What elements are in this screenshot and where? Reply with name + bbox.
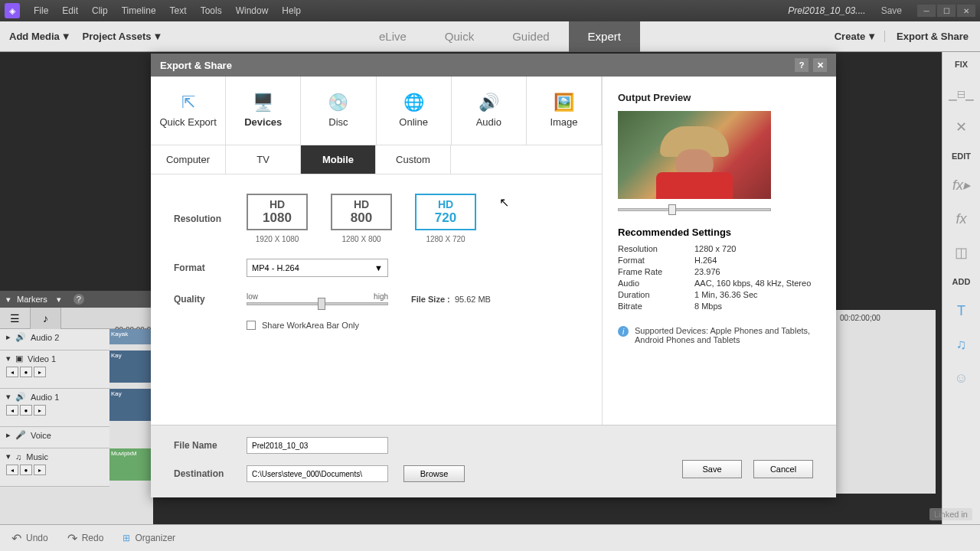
destination-input[interactable] [247, 465, 388, 482]
menu-timeline[interactable]: Timeline [116, 2, 162, 19]
cat-online[interactable]: 🌐 Online [377, 77, 452, 145]
export-share-button[interactable]: Export & Share [884, 31, 969, 42]
timeline-view-icon[interactable]: ☰ [0, 308, 31, 329]
music-icon[interactable]: ♫ [952, 335, 971, 354]
cat-quick-export[interactable]: ⇱ Quick Export [151, 77, 226, 145]
undo-icon: ↶ [11, 531, 21, 546]
dialog-bottom: File Name Destination Browse Save Cancel [151, 425, 836, 497]
output-preview-image [618, 111, 771, 199]
export-share-dialog: Export & Share ? ✕ ⇱ Quick Export 🖥️ Dev… [151, 54, 836, 497]
preview-scrubber[interactable] [618, 208, 771, 211]
filename-label: File Name [174, 440, 247, 451]
image-icon: 🖼️ [552, 93, 575, 112]
tab-expert[interactable]: Expert [569, 21, 640, 52]
resolution-1080[interactable]: HD1080 1920 X 1080 [247, 194, 308, 243]
timeline-clips: Kayak Kay Kay MuvipixM [109, 329, 151, 520]
bottom-bar: ↶Undo ↷Redo ⊞Organizer [0, 524, 980, 551]
timeline-header: ☰ ♪ 00:00:00;00 [0, 308, 153, 329]
export-category-tabs: ⇱ Quick Export 🖥️ Devices 💿 Disc 🌐 Onlin… [151, 77, 602, 145]
dialog-close-icon[interactable]: ✕ [813, 58, 827, 72]
add-media-button[interactable]: Add Media▼ [9, 31, 71, 42]
quick-export-icon: ⇱ [177, 93, 200, 112]
edit-label: EDIT [952, 152, 971, 161]
disc-icon: 💿 [327, 93, 350, 112]
destination-label: Destination [174, 468, 247, 479]
browse-button[interactable]: Browse [403, 465, 465, 482]
dialog-help-icon[interactable]: ? [795, 58, 808, 72]
menu-clip[interactable]: Clip [86, 2, 114, 19]
menu-text[interactable]: Text [164, 2, 193, 19]
sub-custom[interactable]: Custom [376, 145, 451, 174]
sub-mobile[interactable]: Mobile [301, 145, 376, 174]
layers-icon[interactable]: ◫ [952, 243, 971, 262]
resolution-800[interactable]: HD800 1280 X 800 [331, 194, 392, 243]
markers-bar[interactable]: ▾Markers▾ ? [0, 291, 153, 308]
clip-video1[interactable]: Kay [109, 350, 151, 383]
resolution-label: Resolution [174, 214, 247, 224]
smiley-icon[interactable]: ☺ [952, 369, 971, 387]
title-icon[interactable]: T [952, 302, 971, 320]
filesize-label: File Size : [411, 295, 450, 304]
tab-quick[interactable]: Quick [426, 21, 493, 52]
fx-icon[interactable]: fx▸ [952, 176, 971, 194]
audio-icon: 🔊 [477, 93, 500, 112]
tab-guided[interactable]: Guided [493, 21, 568, 52]
quality-slider[interactable]: lowhigh [247, 292, 388, 305]
tab-elive[interactable]: eLive [360, 21, 426, 52]
recommended-settings-title: Recommended Settings [618, 227, 821, 238]
fix-label: FIX [955, 60, 968, 69]
ruler-timecode: 00:02:00;00 [836, 310, 936, 326]
online-icon: 🌐 [402, 93, 425, 112]
titlebar-save-button[interactable]: Save [874, 4, 910, 18]
cancel-button[interactable]: Cancel [753, 460, 813, 478]
title-bar: ◈ File Edit Clip Timeline Text Tools Win… [0, 0, 980, 21]
save-button[interactable]: Save [682, 460, 742, 478]
redo-button[interactable]: ↷Redo [67, 531, 104, 546]
clip-audio1[interactable]: Kay [109, 389, 151, 421]
dialog-titlebar: Export & Share ? ✕ [151, 54, 836, 77]
project-assets-button[interactable]: Project Assets▼ [83, 31, 163, 42]
help-icon[interactable]: ? [74, 294, 84, 305]
output-preview-title: Output Preview [618, 92, 821, 103]
menu-bar: File Edit Clip Timeline Text Tools Windo… [28, 2, 307, 19]
linkedin-watermark: Linked in [929, 508, 972, 520]
add-label: ADD [952, 277, 971, 286]
resolution-720[interactable]: HD720 1280 X 720 [415, 194, 476, 243]
quality-label: Quality [174, 294, 247, 305]
menu-window[interactable]: Window [230, 2, 275, 19]
cat-audio[interactable]: 🔊 Audio [452, 77, 527, 145]
clip-audio2[interactable]: Kayak [109, 329, 151, 344]
menu-file[interactable]: File [28, 2, 54, 19]
info-icon: i [618, 326, 629, 337]
timeline-audio-icon[interactable]: ♪ [31, 308, 61, 329]
cat-devices[interactable]: 🖥️ Devices [226, 77, 301, 145]
menu-tools[interactable]: Tools [194, 2, 228, 19]
close-icon[interactable]: ✕ [957, 5, 975, 17]
app-logo-icon: ◈ [5, 3, 20, 18]
menu-help[interactable]: Help [276, 2, 307, 19]
minimize-icon[interactable]: ─ [917, 5, 936, 17]
organizer-icon: ⊞ [122, 533, 130, 543]
fx2-icon[interactable]: fx [952, 210, 971, 228]
document-title: Prel2018_10_03.... [788, 5, 865, 16]
tools-icon[interactable]: ✕ [952, 118, 971, 136]
share-workarea-checkbox[interactable] [247, 321, 256, 330]
clip-music[interactable]: MuvipixM [109, 448, 151, 481]
slider-thumb[interactable] [318, 298, 325, 310]
format-select[interactable]: MP4 - H.264 ▼ [247, 259, 388, 277]
organizer-button[interactable]: ⊞Organizer [122, 533, 175, 543]
maximize-icon[interactable]: ☐ [937, 5, 956, 17]
filesize-value: 95.62 MB [455, 295, 491, 304]
filename-input[interactable] [247, 437, 388, 454]
create-button[interactable]: Create▼ [835, 31, 877, 42]
adjust-icon[interactable]: ⎯⊟⎯ [952, 84, 971, 103]
cat-image[interactable]: 🖼️ Image [527, 77, 602, 145]
right-tool-strip: FIX ⎯⊟⎯ ✕ EDIT fx▸ fx ◫ ADD T ♫ ☺ [942, 52, 980, 524]
supported-devices-text: Supported Devices: Apple Phones and Tabl… [635, 326, 821, 344]
sub-computer[interactable]: Computer [151, 145, 226, 174]
menu-edit[interactable]: Edit [56, 2, 84, 19]
undo-button[interactable]: ↶Undo [11, 531, 48, 546]
cat-disc[interactable]: 💿 Disc [301, 77, 376, 145]
sub-tv[interactable]: TV [226, 145, 301, 174]
timeline-ruler: 00:02:00;00 [836, 310, 936, 494]
